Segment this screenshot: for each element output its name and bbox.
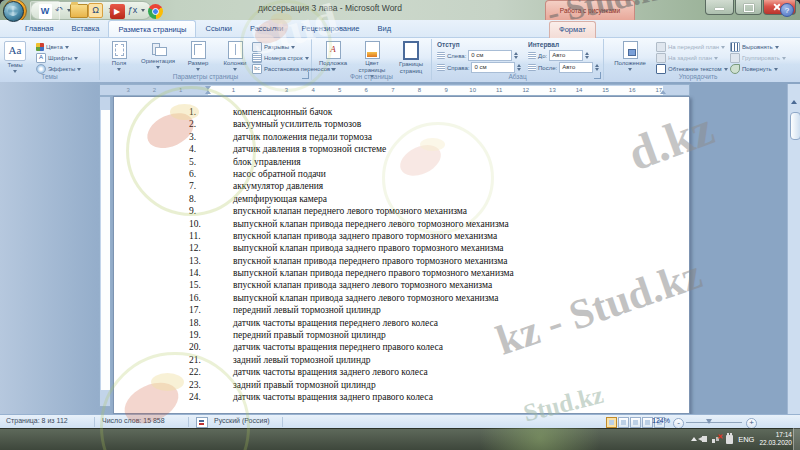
list-item-text[interactable]: датчик давления в тормозной системе: [233, 143, 386, 155]
list-item[interactable]: 11. впускной клапан привода заднего прав…: [189, 230, 669, 242]
ribbon-tab[interactable]: Вид: [368, 20, 400, 37]
align-button[interactable]: Выровнять: [730, 42, 786, 52]
zoom-slider-handle[interactable]: [706, 419, 712, 424]
start-button[interactable]: [3, 1, 24, 22]
list-item[interactable]: 8. демпфирующая камера: [189, 193, 669, 205]
word-count[interactable]: Число слов: 15 858: [102, 417, 165, 424]
list-item-text[interactable]: передний правый тормозной цилиндр: [233, 329, 386, 341]
list-item-text[interactable]: выпускной клапан привода переднего левог…: [233, 218, 509, 230]
page-borders-button[interactable]: Границы страниц: [394, 41, 428, 75]
print-layout-view-button[interactable]: [606, 417, 617, 428]
list-item[interactable]: 19. передний правый тормозной цилиндр: [189, 329, 669, 341]
bring-to-front-button[interactable]: На передний план: [656, 42, 728, 52]
indent-left-input[interactable]: 0 см: [468, 50, 512, 61]
list-item[interactable]: 5. блок управления: [189, 156, 669, 168]
ribbon-tab[interactable]: Формат: [549, 21, 596, 38]
list-item[interactable]: 9. впускной клапан переднего левого торм…: [189, 205, 669, 217]
list-item-text[interactable]: выпускной клапан привода заднего правого…: [233, 242, 504, 254]
list-item[interactable]: 16. выпускной клапан привода заднего лев…: [189, 292, 669, 304]
list-item[interactable]: 23. задний правый тормозной цилиндр: [189, 379, 669, 391]
clock[interactable]: 17:14 22.03.2020: [759, 431, 792, 447]
minimize-button[interactable]: [705, 0, 734, 15]
size-button[interactable]: Размер: [181, 41, 215, 71]
spacing-before-spinner[interactable]: [585, 52, 589, 59]
ribbon-tab[interactable]: Вставка: [63, 20, 109, 37]
taskbar-chrome-button[interactable]: [140, 1, 170, 21]
list-item[interactable]: 2. вакуумный усилитель тормозов: [189, 118, 669, 130]
list-item-text[interactable]: блок управления: [233, 156, 301, 168]
list-item[interactable]: 22. датчик частоты вращения заднего лево…: [189, 366, 669, 378]
list-item[interactable]: 1. компенсационный бачок: [189, 106, 669, 118]
list-item[interactable]: 12. выпускной клапан привода заднего пра…: [189, 242, 669, 254]
list-item-text[interactable]: аккумулятор давления: [233, 180, 323, 192]
orientation-button[interactable]: Ориентация: [137, 41, 179, 69]
ribbon-tab[interactable]: Рассылки: [241, 20, 293, 37]
list-item[interactable]: 10. выпускной клапан привода переднего л…: [189, 218, 669, 230]
list-item[interactable]: 4. датчик давления в тормозной системе: [189, 143, 669, 155]
list-item[interactable]: 18. датчик частоты вращения переднего ле…: [189, 317, 669, 329]
list-item-text[interactable]: датчик частоты вращения заднего левого к…: [233, 366, 428, 378]
scroll-up-button[interactable]: [789, 97, 799, 107]
list-item-text[interactable]: вакуумный усилитель тормозов: [233, 118, 361, 130]
group-button[interactable]: Группировать: [730, 53, 786, 63]
fullscreen-view-button[interactable]: [618, 417, 629, 428]
list-item-text[interactable]: компенсационный бачок: [233, 106, 332, 118]
language-tray[interactable]: ENG: [738, 435, 754, 444]
indent-left-spinner[interactable]: [514, 52, 518, 59]
spacing-after-spinner[interactable]: [595, 64, 599, 71]
tray-expand-icon[interactable]: [691, 437, 697, 441]
columns-button[interactable]: Колонки: [217, 41, 253, 71]
list-item[interactable]: 7. аккумулятор давления: [189, 180, 669, 192]
list-item-text[interactable]: впускной клапан привода заднего левого т…: [233, 279, 492, 291]
horizontal-ruler[interactable]: 321 1234567891011121314151617: [99, 84, 690, 96]
zoom-slider-track[interactable]: [686, 422, 742, 423]
theme-fonts-button[interactable]: AШрифты: [36, 53, 81, 63]
taskbar-word-button[interactable]: W: [30, 1, 60, 21]
list-item[interactable]: 3. датчик положения педали тормоза: [189, 131, 669, 143]
volume-icon[interactable]: [702, 436, 707, 442]
list-item[interactable]: 14. выпускной клапан привода переднего п…: [189, 267, 669, 279]
send-to-back-button[interactable]: На задний план: [656, 53, 728, 63]
position-button[interactable]: Положение: [610, 41, 650, 71]
page-setup-dialog-launcher[interactable]: [302, 72, 309, 79]
list-item-text[interactable]: датчик частоты вращения переднего левого…: [233, 317, 438, 329]
list-item-text[interactable]: задний левый тормозной цилиндр: [233, 354, 371, 366]
ribbon-tab[interactable]: Ссылки: [196, 20, 240, 37]
list-item-text[interactable]: задний правый тормозной цилиндр: [233, 379, 376, 391]
list-item-text[interactable]: выпускной клапан привода переднего право…: [233, 267, 514, 279]
help-icon[interactable]: ?: [780, 3, 794, 17]
indent-right-spinner[interactable]: [517, 64, 521, 71]
list-item[interactable]: 21. задний левый тормозной цилиндр: [189, 354, 669, 366]
list-item-text[interactable]: передний левый тормозной цилиндр: [233, 304, 381, 316]
list-item-text[interactable]: впускной клапан привода переднего правог…: [233, 255, 507, 267]
show-desktop-button[interactable]: [793, 428, 800, 450]
list-item-text[interactable]: датчик частоты вращения заднего правого …: [233, 391, 433, 403]
network-icon[interactable]: ✕: [712, 435, 721, 443]
themes-button[interactable]: Aa Темы: [4, 41, 26, 73]
page-indicator[interactable]: Страница: 8 из 112: [6, 417, 68, 424]
theme-colors-button[interactable]: Цвета: [36, 42, 81, 52]
vertical-scrollbar[interactable]: [787, 84, 800, 414]
list-item[interactable]: 13. впускной клапан привода переднего пр…: [189, 255, 669, 267]
list-item[interactable]: 20. датчик частоты вращения переднего пр…: [189, 341, 669, 353]
spellcheck-icon[interactable]: [196, 417, 208, 428]
maximize-button[interactable]: [735, 0, 762, 15]
indent-right-input[interactable]: 0 см: [471, 62, 515, 73]
list-item-text[interactable]: датчик частоты вращения переднего правог…: [233, 341, 443, 353]
list-item-text[interactable]: насос обратной подачи: [233, 168, 326, 180]
hanging-indent-marker[interactable]: [205, 90, 211, 94]
list-item-text[interactable]: впускной клапан переднего левого тормозн…: [233, 205, 467, 217]
spacing-after-input[interactable]: Авто: [559, 62, 593, 73]
list-item[interactable]: 6. насос обратной подачи: [189, 168, 669, 180]
margins-button[interactable]: Поля: [103, 41, 135, 71]
list-item-text[interactable]: выпускной клапан привода заднего левого …: [233, 292, 499, 304]
vertical-scrollbar-thumb[interactable]: [790, 112, 800, 140]
zoom-level[interactable]: 124%: [652, 417, 670, 424]
vertical-ruler[interactable]: [99, 96, 111, 407]
power-icon[interactable]: [726, 435, 733, 444]
spacing-before-input[interactable]: Авто: [549, 50, 583, 61]
paragraph-dialog-launcher[interactable]: [594, 72, 601, 79]
list-item[interactable]: 15. впускной клапан привода заднего лево…: [189, 279, 669, 291]
list-item[interactable]: 17. передний левый тормозной цилиндр: [189, 304, 669, 316]
ribbon-tab[interactable]: Рецензирование: [293, 20, 369, 37]
